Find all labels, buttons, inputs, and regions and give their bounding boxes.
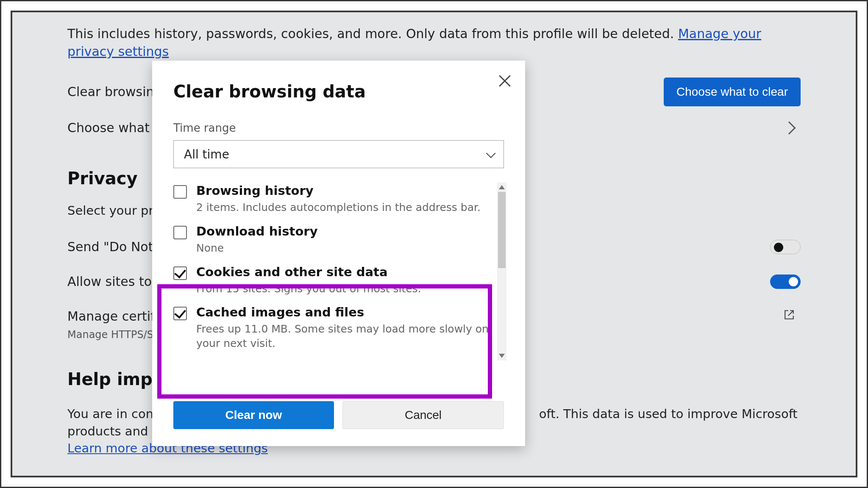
checkbox-browsing-history[interactable]	[173, 185, 187, 199]
do-not-track-toggle[interactable]	[770, 240, 801, 254]
external-link-icon	[784, 308, 795, 319]
scroll-thumb[interactable]	[498, 192, 506, 268]
item-desc: None	[196, 241, 318, 255]
dialog-title: Clear browsing data	[173, 82, 504, 101]
time-range-select[interactable]: All time	[173, 140, 504, 168]
cert-text: Manage certifi Manage HTTPS/S	[67, 308, 159, 342]
item-download-history[interactable]: Download history None	[173, 223, 494, 264]
row-label: Send "Do Not	[67, 238, 153, 256]
chevron-down-icon	[486, 149, 496, 158]
item-browsing-history[interactable]: Browsing history 2 items. Includes autoc…	[173, 183, 494, 223]
item-desc: Frees up 11.0 MB. Some sites may load mo…	[196, 322, 494, 351]
scroll-up-icon[interactable]	[499, 185, 505, 189]
item-cached[interactable]: Cached images and files Frees up 11.0 MB…	[173, 304, 494, 359]
checkbox-cookies[interactable]	[173, 266, 187, 280]
checkbox-download-history[interactable]	[173, 226, 187, 239]
cert-sub: Manage HTTPS/S	[67, 328, 159, 342]
clear-now-button[interactable]: Clear now	[173, 401, 334, 429]
checkbox-cached[interactable]	[173, 307, 187, 320]
item-title: Cached images and files	[196, 305, 494, 319]
item-desc: 2 items. Includes autocompletions in the…	[196, 200, 481, 215]
cancel-button[interactable]: Cancel	[342, 401, 504, 429]
clear-browsing-data-dialog: Clear browsing data Time range All time …	[152, 61, 525, 446]
data-types-list: Browsing history 2 items. Includes autoc…	[173, 183, 504, 360]
chevron-right-icon	[782, 121, 796, 134]
row-label: Clear browsing	[67, 83, 162, 101]
item-title: Cookies and other site data	[196, 265, 421, 279]
row-label: Allow sites to	[67, 273, 152, 291]
intro-text-content: This includes history, passwords, cookie…	[67, 26, 678, 41]
intro-text: This includes history, passwords, cookie…	[67, 25, 801, 61]
item-desc: From 15 sites. Signs you out of most sit…	[196, 282, 421, 296]
help-text-a: You are in cont	[67, 407, 158, 421]
cert-title: Manage certifi	[67, 308, 159, 325]
scrollbar[interactable]	[497, 183, 506, 360]
time-range-label: Time range	[173, 122, 504, 134]
choose-what-to-clear-button[interactable]: Choose what to clear	[664, 78, 801, 106]
item-title: Download history	[196, 224, 318, 238]
time-range-value: All time	[184, 147, 229, 161]
item-title: Browsing history	[196, 183, 481, 198]
close-icon[interactable]	[497, 73, 512, 89]
scroll-down-icon[interactable]	[499, 354, 505, 358]
item-cookies[interactable]: Cookies and other site data From 15 site…	[173, 264, 494, 305]
row-label: Choose what t	[67, 119, 159, 137]
allow-sites-toggle[interactable]	[770, 274, 801, 289]
dialog-actions: Clear now Cancel	[173, 401, 504, 429]
